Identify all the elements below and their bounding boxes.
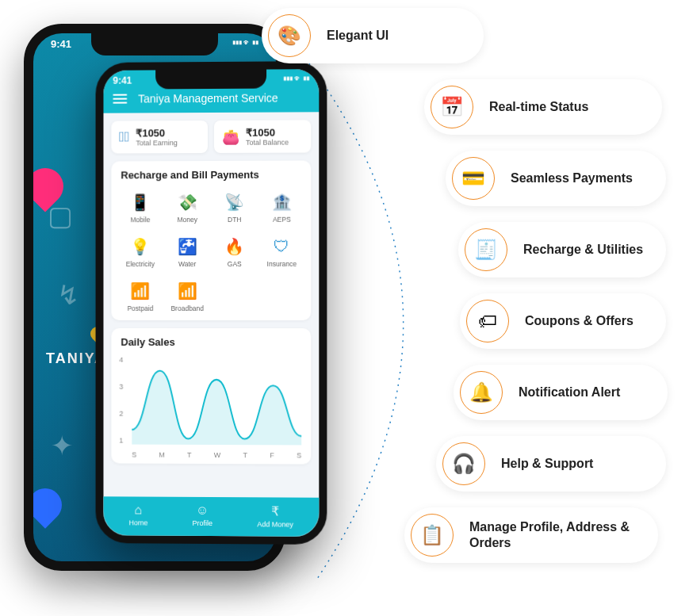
dth-icon: 📡 (223, 190, 247, 214)
service-tile-dth[interactable]: 📡DTH (212, 186, 258, 228)
rupee-circle-icon: ₹⃝ (119, 128, 129, 145)
tile-label: Insurance (267, 260, 297, 268)
earning-amount: ₹1050 (136, 127, 177, 139)
feature-label: Elegant UI (327, 28, 389, 44)
feature-icon: 💳 (452, 157, 495, 200)
y-tick: 3 (119, 383, 128, 391)
y-tick: 4 (119, 356, 128, 364)
phone-notch (155, 70, 266, 90)
earning-label: Total Earning (136, 139, 177, 147)
nav-label: Profile (193, 519, 212, 527)
service-tile-aeps[interactable]: 🏦AEPS (259, 186, 305, 228)
section-title: Daily Sales (117, 336, 304, 353)
x-tick: S (297, 451, 301, 459)
app-title: Taniya Management Service (138, 92, 278, 105)
tile-label: GAS (228, 260, 242, 268)
electricity-icon: 💡 (128, 235, 152, 258)
feature-label: Manage Profile, Address & Orders (469, 519, 641, 551)
decorative-outline-icon: ↯ (57, 279, 79, 311)
total-balance-card[interactable]: 👛 ₹1050 Total Balance (214, 120, 311, 153)
tile-label: Broadband (171, 304, 205, 312)
nav-home[interactable]: ⌂Home (128, 503, 147, 527)
y-tick: 2 (119, 410, 128, 418)
feature-pill-4: 🏷Coupons & Offers (460, 293, 666, 349)
feature-pill-6: 🎧Help & Support (436, 436, 666, 492)
feature-pill-7: 📋Manage Profile, Address & Orders (404, 507, 658, 563)
tile-label: Money (178, 216, 197, 224)
service-tile-insurance[interactable]: 🛡Insurance (259, 230, 305, 273)
profile-icon: ☺ (196, 503, 209, 518)
decorative-outline-icon: ✦ (51, 430, 73, 461)
y-tick: 1 (119, 437, 128, 445)
feature-icon: 📅 (431, 86, 473, 128)
feature-icon: 🎨 (268, 14, 311, 57)
aeps-icon: 🏦 (270, 190, 293, 214)
mobile-icon: 📱 (128, 190, 152, 214)
postpaid-icon: 📶 (128, 279, 152, 303)
feature-pill-5: 🔔Notification Alert (454, 365, 668, 420)
status-time: 9:41 (51, 38, 71, 50)
gas-icon: 🔥 (223, 235, 247, 258)
daily-sales-section: Daily Sales 1234 SMTWTFS (111, 328, 311, 465)
service-tile-electricity[interactable]: 💡Electricity (117, 230, 163, 273)
service-tile-broadband[interactable]: 📶Broadband (165, 274, 210, 317)
wallet-icon: 👛 (222, 128, 239, 145)
balance-amount: ₹1050 (246, 127, 289, 139)
tile-label: Postpaid (128, 304, 154, 312)
nav-label: Home (128, 518, 147, 526)
nav-profile[interactable]: ☺Profile (193, 503, 212, 528)
feature-icon: 🧾 (465, 228, 507, 271)
service-tile-gas[interactable]: 🔥GAS (212, 230, 258, 273)
phone-frame-front: 9:41 ▮▮▮ ᯤ ▮▮ Taniya Management Service … (96, 61, 327, 545)
x-tick: W (214, 451, 220, 459)
decorative-drop-blue (24, 481, 69, 528)
signal-wifi-battery-icon: ▮▮▮ ᯤ ▮▮ (284, 74, 310, 85)
home-icon: ⌂ (135, 503, 143, 517)
x-tick: M (159, 451, 164, 459)
service-tile-mobile[interactable]: 📱Mobile (117, 186, 163, 228)
nav-label: Add Money (257, 520, 293, 528)
feature-label: Coupons & Offers (525, 313, 633, 329)
feature-label: Seamless Payments (511, 170, 633, 186)
feature-label: Notification Alert (519, 385, 620, 400)
broadband-icon: 📶 (175, 279, 199, 303)
line-chart: 1234 SMTWTFS (117, 356, 304, 460)
feature-label: Real-time Status (489, 99, 588, 115)
insurance-icon: 🛡 (270, 235, 293, 258)
feature-label: Help & Support (501, 456, 593, 472)
tile-label: Water (178, 260, 196, 268)
signal-wifi-battery-icon: ▮▮▮ ᯤ ▮▮ (232, 38, 258, 50)
water-icon: 🚰 (175, 235, 199, 258)
recharge-section: Recharge and Bill Payments 📱Mobile💸Money… (111, 161, 311, 321)
status-time: 9:41 (113, 75, 132, 86)
phone-notch (91, 33, 218, 55)
tile-label: Electricity (126, 260, 155, 268)
feature-pill-3: 🧾Recharge & Utilities (458, 222, 666, 277)
feature-pill-1: 📅Real-time Status (424, 79, 662, 135)
feature-icon: 📋 (411, 514, 454, 557)
bottom-nav: ⌂Home☺Profile₹Add Money (103, 496, 319, 537)
feature-icon: 🔔 (460, 371, 503, 414)
money-icon: 💸 (175, 190, 199, 214)
feature-label: Recharge & Utilities (523, 242, 643, 258)
x-tick: T (187, 451, 191, 459)
tile-label: Mobile (131, 216, 151, 224)
x-tick: F (270, 451, 274, 459)
balance-label: Total Balance (246, 139, 289, 147)
x-tick: T (243, 451, 247, 459)
feature-icon: 🎧 (442, 442, 485, 485)
decorative-outline-icon: ▢ (48, 200, 73, 231)
hamburger-menu-icon[interactable] (113, 94, 127, 104)
nav-add-money[interactable]: ₹Add Money (257, 503, 293, 528)
service-tile-postpaid[interactable]: 📶Postpaid (117, 274, 163, 317)
section-title: Recharge and Bill Payments (117, 169, 304, 186)
feature-icon: 🏷 (466, 300, 509, 342)
x-tick: S (132, 451, 136, 459)
tile-label: AEPS (273, 216, 291, 224)
feature-pill-2: 💳Seamless Payments (446, 151, 666, 206)
tile-label: DTH (228, 216, 241, 224)
total-earning-card[interactable]: ₹⃝ ₹1050 Total Earning (111, 121, 208, 153)
service-tile-money[interactable]: 💸Money (165, 186, 210, 228)
feature-pill-0: 🎨Elegant UI (262, 8, 484, 63)
service-tile-water[interactable]: 🚰Water (165, 230, 210, 273)
